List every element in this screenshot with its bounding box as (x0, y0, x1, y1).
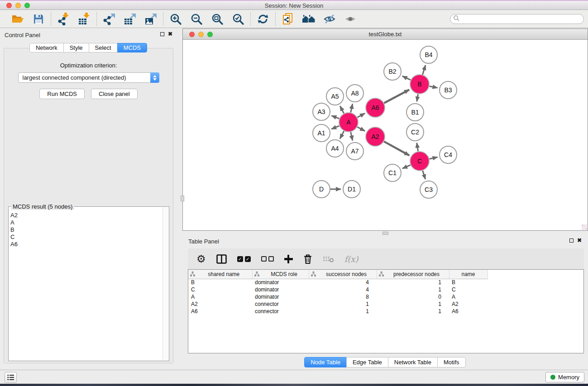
edge-A6-B[interactable] (384, 90, 409, 103)
hide-selected-icon[interactable] (323, 12, 336, 26)
table-cell[interactable]: A (188, 293, 252, 300)
search-input[interactable] (459, 15, 581, 23)
copy-network-icon[interactable] (281, 12, 295, 26)
mcds-result-item[interactable]: B (10, 226, 167, 234)
task-history-button[interactable] (5, 372, 17, 383)
table-tab-node-table[interactable]: Node Table (304, 357, 347, 367)
zoom-selected-icon[interactable] (231, 12, 245, 26)
edge-A-A5[interactable] (340, 106, 344, 113)
table-cell[interactable]: B (188, 279, 252, 286)
table-tab-network-table[interactable]: Network Table (388, 357, 438, 367)
table-cell[interactable]: A6 (449, 308, 488, 315)
node-D[interactable]: D (313, 181, 330, 198)
table-tab-edge-table[interactable]: Edge Table (346, 357, 388, 367)
table-cell[interactable]: 1 (309, 300, 377, 308)
edge-C-C4[interactable] (429, 157, 437, 159)
edge-A-A6[interactable] (357, 113, 365, 117)
table-tab-motifs[interactable]: Motifs (437, 357, 466, 367)
table-cell[interactable]: connector (252, 308, 309, 315)
table-cell[interactable]: dominator (252, 286, 309, 293)
table-cell[interactable]: connector (252, 300, 309, 308)
node-A5[interactable]: A5 (326, 88, 344, 105)
mcds-result-item[interactable]: A (10, 219, 167, 226)
node-A7[interactable]: A7 (346, 143, 363, 160)
edge-B-B3[interactable] (430, 86, 438, 88)
save-session-icon[interactable] (32, 12, 45, 26)
table-cell[interactable]: 4 (309, 279, 377, 286)
column-header-name[interactable]: name (449, 270, 488, 279)
tab-network[interactable]: Network (29, 43, 64, 52)
run-mcds-button[interactable]: Run MCDS (39, 89, 85, 99)
column-header-shared-name[interactable]: shared name (188, 270, 252, 279)
node-B2[interactable]: B2 (384, 63, 401, 80)
node-C2[interactable]: C2 (406, 124, 424, 141)
node-A[interactable]: A (339, 113, 358, 132)
import-network-icon[interactable] (57, 12, 70, 26)
first-neighbors-icon[interactable] (302, 12, 316, 26)
edge-A-A3[interactable] (331, 116, 339, 119)
edge-A-A1[interactable] (331, 126, 339, 129)
unselect-all-columns-icon[interactable] (261, 252, 274, 266)
delete-table-icon[interactable] (323, 252, 334, 266)
table-cell[interactable]: C (449, 286, 488, 293)
edge-B-B4[interactable] (422, 65, 425, 75)
table-cell[interactable]: 1 (377, 279, 449, 286)
column-header-successor-nodes[interactable]: successor nodes (309, 270, 377, 279)
create-column-icon[interactable] (284, 252, 293, 266)
node-A4[interactable]: A4 (326, 140, 344, 157)
table-cell[interactable]: 1 (377, 300, 449, 308)
export-table-icon[interactable] (123, 12, 137, 26)
table-row[interactable]: A2connector11A2 (188, 300, 488, 308)
splitter-grip-bottom[interactable] (382, 232, 388, 235)
splitter-grip-left[interactable] (181, 195, 184, 201)
table-cell[interactable]: C (188, 286, 252, 293)
result-scrollbar[interactable] (163, 207, 168, 360)
node-table-grid[interactable]: shared nameMCDS rolesuccessor nodesprede… (188, 270, 488, 315)
table-cell[interactable]: 1 (377, 308, 449, 315)
table-cell[interactable]: A (449, 293, 488, 300)
node-B1[interactable]: B1 (406, 104, 424, 121)
mcds-result-item[interactable]: C (10, 234, 167, 241)
table-settings-gear-icon[interactable]: ⚙ (196, 252, 206, 266)
edge-B-B2[interactable] (402, 76, 411, 80)
edge-A-A7[interactable] (351, 132, 353, 140)
edge-B-B1[interactable] (417, 94, 418, 102)
edge-C-C2[interactable] (417, 143, 418, 152)
table-cell[interactable]: 8 (309, 293, 377, 300)
close-panel-button[interactable]: Close panel (91, 89, 138, 99)
node-C4[interactable]: C4 (440, 146, 457, 163)
window-resize-grip[interactable] (582, 224, 587, 230)
select-all-columns-icon[interactable]: ✓✓ (237, 252, 251, 266)
memory-button[interactable]: Memory (545, 372, 584, 382)
table-cell[interactable]: A6 (188, 308, 252, 315)
node-C3[interactable]: C3 (420, 181, 437, 198)
table-cell[interactable]: A2 (188, 300, 252, 308)
table-cell[interactable]: B (449, 279, 488, 286)
show-all-icon[interactable] (344, 12, 357, 26)
node-A8[interactable]: A8 (346, 85, 363, 102)
edge-A-A4[interactable] (340, 131, 344, 139)
node-C[interactable]: C (410, 152, 429, 171)
network-canvas[interactable]: B4B2BB3A8A5A6A3B1AA1C2A2A4A7C4CC1C3DD1 (183, 40, 588, 230)
tab-select[interactable]: Select (89, 43, 118, 52)
table-cell[interactable]: 1 (377, 286, 449, 293)
show-columns-icon[interactable] (216, 252, 227, 266)
edge-A-A2[interactable] (357, 127, 365, 131)
node-A1[interactable]: A1 (313, 124, 330, 142)
open-session-icon[interactable] (11, 12, 24, 26)
export-image-icon[interactable] (144, 12, 158, 26)
mcds-result-item[interactable]: A2 (10, 212, 167, 219)
table-cell[interactable]: dominator (252, 293, 309, 300)
search-field[interactable] (450, 14, 584, 24)
table-row[interactable]: Adominator80A (188, 293, 488, 300)
network-window-titlebar[interactable]: testGlobe.txt (183, 29, 588, 40)
export-network-icon[interactable] (102, 12, 116, 26)
column-header-mcds-role[interactable]: MCDS role (252, 270, 309, 279)
mcds-result-item[interactable]: A6 (10, 241, 167, 248)
import-table-icon[interactable] (77, 12, 91, 26)
edge-C-C1[interactable] (402, 165, 411, 169)
edge-A-A8[interactable] (351, 104, 353, 112)
node-A2[interactable]: A2 (366, 127, 385, 146)
edge-A2-C[interactable] (384, 142, 409, 156)
zoom-fit-icon[interactable] (210, 12, 224, 26)
